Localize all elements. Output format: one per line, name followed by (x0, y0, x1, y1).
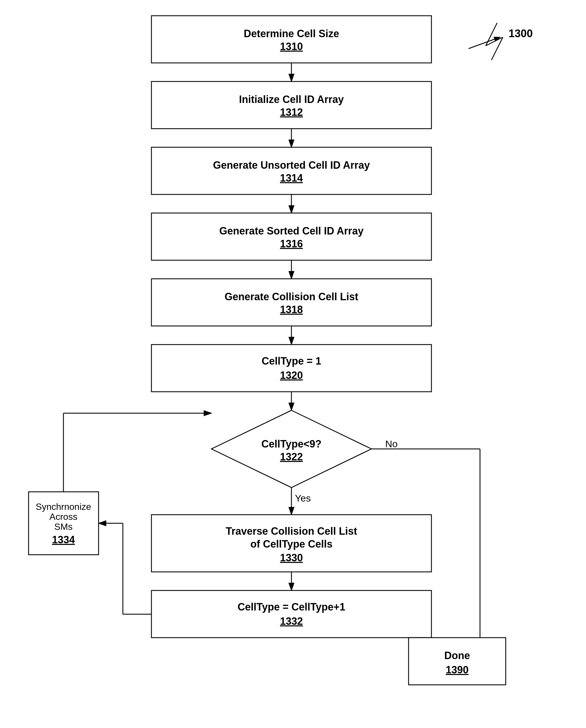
box-1320-number: 1320 (280, 370, 303, 381)
box-1312-number: 1312 (280, 106, 303, 118)
box-1316-number: 1316 (280, 238, 303, 250)
no-label: No (385, 438, 397, 449)
svg-line-0 (486, 23, 497, 46)
box-1320 (152, 345, 431, 392)
box-1312-label: Initialize Cell ID Array (239, 94, 344, 105)
box-1330-number: 1330 (280, 552, 303, 563)
diamond-1322-label: CellType<9? (261, 438, 321, 450)
yes-label: Yes (295, 493, 311, 504)
box-1334-number: 1334 (52, 534, 75, 546)
box-1334-label-line3: SMs (54, 522, 73, 532)
box-1390-label: Done (444, 650, 470, 661)
diagram-container: 1300 Determine Cell Size 1310 Initialize… (0, 0, 586, 728)
box-1332-label: CellType = CellType+1 (238, 601, 345, 613)
box-1332-number: 1332 (280, 616, 303, 627)
box-1332 (152, 591, 431, 638)
box-1320-label: CellType = 1 (262, 355, 321, 367)
box-1314-label: Generate Unsorted Cell ID Array (213, 159, 370, 171)
figure-number: 1300 (509, 27, 533, 40)
box-1330-label-line2: of CellType Cells (250, 538, 332, 550)
box-1310-number: 1310 (280, 41, 303, 52)
svg-line-2 (491, 37, 503, 60)
box-1318-number: 1318 (280, 304, 303, 316)
box-1316-label: Generate Sorted Cell ID Array (219, 225, 364, 237)
svg-line-3 (469, 37, 500, 49)
diamond-1322-number: 1322 (280, 451, 303, 463)
box-1390-number: 1390 (446, 664, 469, 676)
box-1334-label-line2: Across (49, 511, 77, 522)
box-1310-label: Determine Cell Size (244, 28, 339, 40)
box-1318-label: Generate Collision Cell List (224, 291, 358, 303)
box-1314-number: 1314 (280, 172, 303, 184)
box-1334-label-line1: Synchrnonize (36, 502, 91, 512)
box-1330-label-line1: Traverse Collision Cell List (226, 525, 357, 537)
